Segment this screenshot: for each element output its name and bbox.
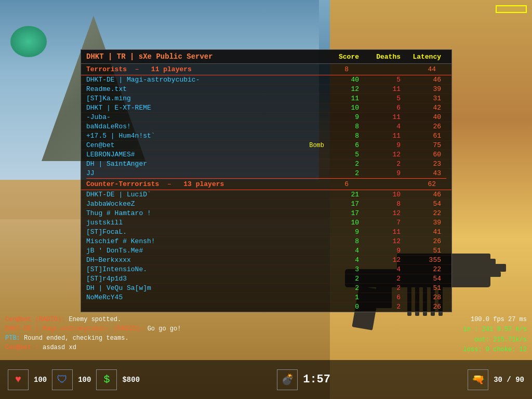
player-score: 0 <box>327 303 363 311</box>
player-name: JabbaWockeeZ <box>86 200 327 208</box>
player-deaths: 7 <box>363 219 405 227</box>
list-item: DHKT-DE | Magi-astrobycubic- (RADIO): Go… <box>5 324 213 334</box>
player-latency: 60 <box>405 151 446 158</box>
ct-score: 6 <box>316 180 353 188</box>
ct-deaths-blank <box>358 180 400 188</box>
player-score: 21 <box>327 191 363 198</box>
fps-in-line: in : 241 9.57 k/s <box>463 325 527 335</box>
player-score: 11 <box>327 95 363 102</box>
player-deaths: 8 <box>363 200 405 208</box>
terrorists-latency: 44 <box>400 65 441 73</box>
chat-message: Round ended, checking teams. <box>24 335 129 342</box>
table-row: DHKT-DE | Magi-astrobycubic- 40 5 46 <box>81 75 451 85</box>
player-latency: 22 <box>405 209 446 217</box>
player-latency: 39 <box>405 85 446 93</box>
ct-latency: 62 <box>400 180 441 188</box>
ct-players-list: DHKT-DE | LuciD` 21 10 46 JabbaWockeeZ 1… <box>81 190 451 312</box>
player-deaths: 11 <box>363 85 405 93</box>
player-score: 2 <box>327 160 363 168</box>
player-latency: 42 <box>405 104 446 112</box>
player-name: -Juba- <box>86 113 327 121</box>
player-name: [ST]IntensioNe. <box>86 265 327 273</box>
player-deaths: 9 <box>363 169 405 177</box>
player-deaths: 6 <box>363 294 405 301</box>
player-score: 4 <box>327 247 363 255</box>
list-item: PTB: Round ended, checking teams. <box>5 334 213 343</box>
player-name: justskill <box>86 219 327 227</box>
player-name: [ST]FocaL. <box>86 228 327 236</box>
money-icon: $ <box>96 369 117 390</box>
player-name: Readme.txt <box>86 85 327 93</box>
server-name: DHKT | TR | sXe Public Server <box>86 52 213 61</box>
player-score: 8 <box>327 132 363 140</box>
bomb-indicator: Bomb <box>309 142 324 149</box>
top-right-indicator <box>496 5 527 13</box>
player-score: 40 <box>327 76 363 84</box>
health-icon: ♥ <box>8 369 29 390</box>
table-row: -Juba- 9 11 40 <box>81 113 451 122</box>
table-row: Cen@bet Bomb 6 9 75 <box>81 141 451 150</box>
player-deaths: 9 <box>363 247 405 255</box>
player-score: 1 <box>327 294 363 301</box>
terrorists-count: 11 players <box>151 65 192 73</box>
player-latency: 26 <box>405 123 446 130</box>
player-name: Mischief # Kensh! <box>86 237 327 245</box>
hud-center: 💣 1:57 <box>277 369 330 390</box>
player-score: 17 <box>327 209 363 217</box>
ct-team-header: Counter-Terrorists – 13 players 6 62 <box>81 179 451 190</box>
table-row: JabbaWockeeZ 17 8 54 <box>81 200 451 209</box>
player-latency: 41 <box>405 228 446 236</box>
table-row: DH | SaintAnger 2 2 23 <box>81 159 451 169</box>
player-name: Thug # Hamtaro ! <box>86 209 327 217</box>
timer-display: 1:57 <box>303 373 330 386</box>
player-deaths: 10 <box>363 191 405 198</box>
terrorists-team-header: Terrorists – 11 players 8 44 <box>81 64 451 75</box>
chat-message: Enemy spotted. <box>69 316 121 323</box>
table-row: +17.5 | Hum4n!st` 8 11 61 <box>81 131 451 141</box>
player-name: jB ' DonTs.Me# <box>86 247 327 255</box>
player-latency: 22 <box>405 265 446 273</box>
player-score: 3 <box>327 265 363 273</box>
player-latency: 75 <box>405 141 446 149</box>
terrorists-label: Terrorists <box>86 65 127 73</box>
player-score: 2 <box>327 284 363 292</box>
table-row: [ST]r4p1d3 2 2 54 <box>81 274 451 284</box>
player-name: DHKT-DE | Magi-astrobycubic- <box>86 76 327 84</box>
player-score: 9 <box>327 113 363 121</box>
table-row: [ST]FocaL. 9 11 41 <box>81 228 451 237</box>
player-deaths: 12 <box>363 256 405 264</box>
player-name: NoMeRcY45 <box>86 294 327 301</box>
table-row: justskill 10 7 39 <box>81 218 451 228</box>
col-deaths-header: Deaths <box>363 53 405 61</box>
table-row: NoMeRcY45 1 6 28 <box>81 293 451 302</box>
player-deaths: 6 <box>363 104 405 112</box>
player-deaths: 2 <box>363 275 405 283</box>
terrorists-deaths-blank <box>358 65 400 73</box>
player-latency: 355 <box>405 256 446 264</box>
player-deaths: 4 <box>363 123 405 130</box>
ct-label: Counter-Terrorists <box>86 180 159 188</box>
player-deaths: 2 <box>363 303 405 311</box>
player-deaths: 11 <box>363 113 405 121</box>
chat-message: asdasd xd <box>43 344 76 351</box>
player-deaths: 11 <box>363 132 405 140</box>
player-latency: 51 <box>405 247 446 255</box>
player-score: 5 <box>327 151 363 158</box>
svg-rect-11 <box>490 272 501 277</box>
player-name: DH | VeQu Sa[w]m <box>86 284 327 292</box>
table-row: baNdaLeRos! 8 4 26 <box>81 122 451 131</box>
fps-loss-line: loss: 0 choke: 12 <box>463 345 527 355</box>
player-deaths: 12 <box>363 151 405 158</box>
list-item: Cen@bet (RADIO): Enemy spotted. <box>5 315 213 324</box>
chat-area: Cen@bet (RADIO): Enemy spotted.DHKT-DE |… <box>5 315 213 352</box>
terrorists-score: 8 <box>316 65 353 73</box>
player-deaths: 11 <box>363 228 405 236</box>
player-score: 12 <box>327 85 363 93</box>
ammo-value: 30 / 90 <box>494 376 524 384</box>
money-value: $800 <box>122 376 140 384</box>
chat-name: Cen@bet (RADIO): <box>5 316 65 323</box>
fps-line: 100.0 fps 27 ms <box>463 315 527 325</box>
player-score: 4 <box>327 256 363 264</box>
player-latency: 61 <box>405 132 446 140</box>
player-score: 8 <box>327 123 363 130</box>
